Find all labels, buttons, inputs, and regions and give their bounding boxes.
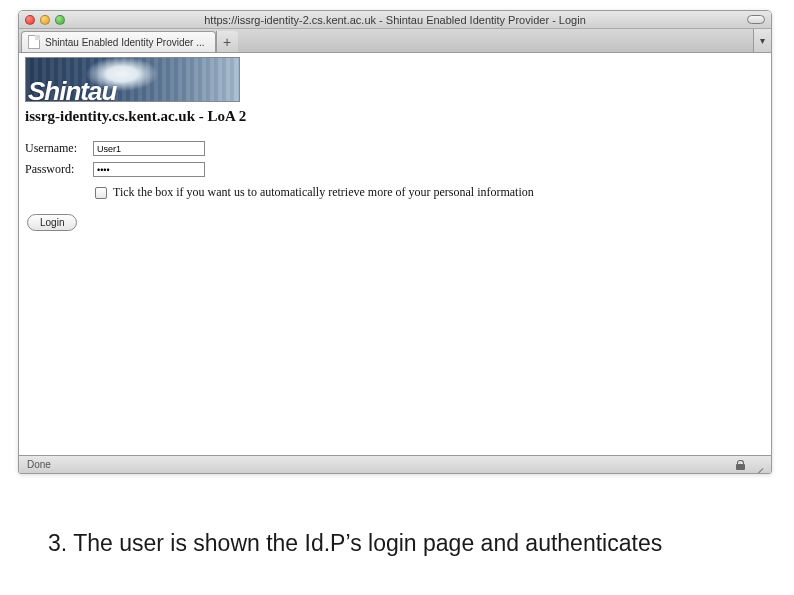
browser-tab[interactable]: Shintau Enabled Identity Provider ... — [21, 31, 216, 52]
brand-logo-text: Shintau — [28, 78, 116, 102]
close-icon[interactable] — [25, 15, 35, 25]
status-bar: Done — [19, 455, 771, 473]
status-text: Done — [27, 459, 51, 470]
window-title: https://issrg-identity-2.cs.kent.ac.uk -… — [19, 14, 771, 26]
tab-label: Shintau Enabled Identity Provider ... — [45, 37, 205, 48]
page-icon — [28, 35, 40, 49]
tab-strip: Shintau Enabled Identity Provider ... + … — [19, 29, 771, 53]
password-input[interactable] — [93, 162, 205, 177]
username-label: Username: — [25, 141, 93, 156]
page-heading: issrg-identity.cs.kent.ac.uk - LoA 2 — [25, 108, 765, 125]
brand-banner: Shintau — [25, 57, 240, 102]
page-content: Shintau issrg-identity.cs.kent.ac.uk - L… — [19, 53, 771, 455]
traffic-lights — [25, 15, 65, 25]
password-row: Password: — [25, 162, 765, 177]
toolbar-pill-icon[interactable] — [747, 15, 765, 24]
lock-icon — [736, 460, 745, 470]
retrieve-info-label: Tick the box if you want us to automatic… — [113, 185, 534, 200]
username-row: Username: — [25, 141, 765, 156]
password-label: Password: — [25, 162, 93, 177]
login-button[interactable]: Login — [27, 214, 77, 231]
tab-menu-button[interactable]: ▾ — [753, 29, 771, 52]
resize-handle-icon[interactable] — [751, 459, 763, 471]
zoom-icon[interactable] — [55, 15, 65, 25]
retrieve-info-row: Tick the box if you want us to automatic… — [95, 185, 765, 200]
browser-window: https://issrg-identity-2.cs.kent.ac.uk -… — [18, 10, 772, 474]
slide-caption: 3. The user is shown the Id.P’s login pa… — [48, 530, 688, 558]
retrieve-info-checkbox[interactable] — [95, 187, 107, 199]
titlebar: https://issrg-identity-2.cs.kent.ac.uk -… — [19, 11, 771, 29]
minimize-icon[interactable] — [40, 15, 50, 25]
username-input[interactable] — [93, 141, 205, 156]
new-tab-button[interactable]: + — [216, 31, 238, 52]
